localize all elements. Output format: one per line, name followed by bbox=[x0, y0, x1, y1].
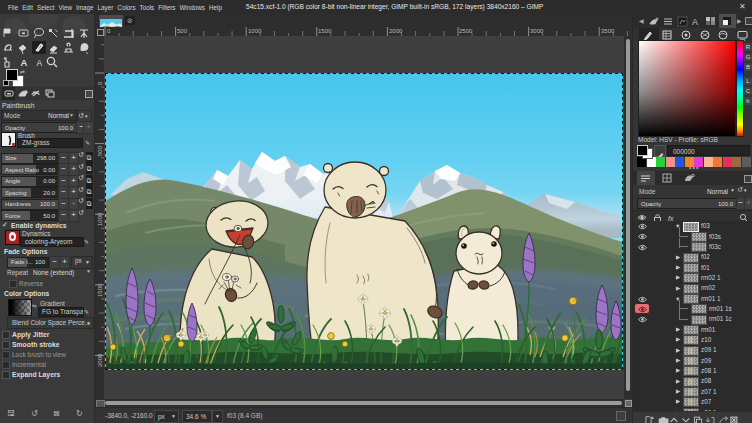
svg-text:2500: 2500 bbox=[459, 28, 473, 34]
svg-text:1500: 1500 bbox=[97, 283, 103, 297]
svg-text:500: 500 bbox=[177, 28, 188, 34]
svg-text:1500: 1500 bbox=[318, 28, 332, 34]
svg-text:A: A bbox=[37, 58, 43, 68]
svg-text:2000: 2000 bbox=[389, 28, 403, 34]
svg-text:3000: 3000 bbox=[530, 28, 544, 34]
svg-text:3500: 3500 bbox=[601, 28, 615, 34]
svg-text:2000: 2000 bbox=[97, 353, 103, 367]
svg-text:1000: 1000 bbox=[248, 28, 262, 34]
svg-text:500: 500 bbox=[97, 145, 103, 156]
svg-text:A: A bbox=[21, 57, 28, 68]
svg-text:1000: 1000 bbox=[97, 212, 103, 226]
svg-text:A: A bbox=[692, 17, 698, 27]
